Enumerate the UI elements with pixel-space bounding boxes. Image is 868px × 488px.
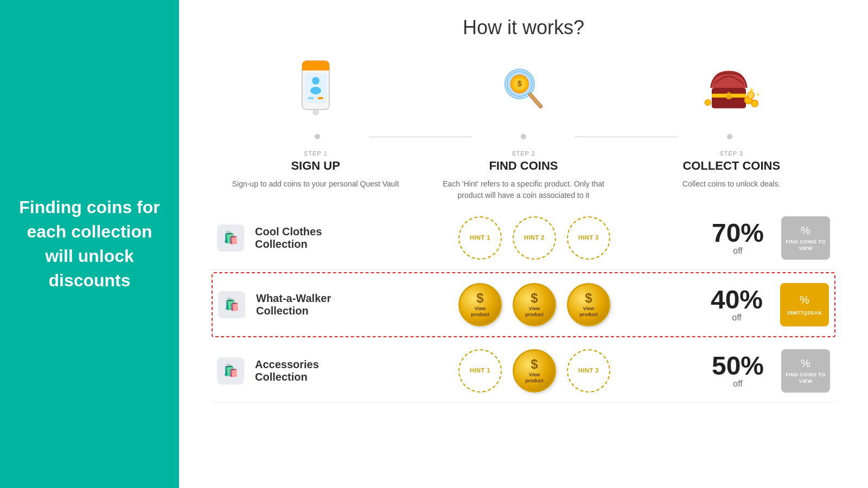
- percent-icon: %: [801, 224, 810, 237]
- step3-dot: [727, 134, 732, 139]
- step2-icon: $: [491, 55, 556, 120]
- step2-title: FIND COINS: [489, 159, 558, 173]
- cool-clothes-discount: 70% off: [705, 220, 770, 256]
- step1-dot: [315, 134, 320, 139]
- step3-text: STEP 3 COLLECT COINS Collect coins to un…: [628, 150, 835, 190]
- cool-clothes-percent: 70%: [712, 219, 764, 247]
- main-content: How it works?: [179, 0, 868, 488]
- percent-icon-acc: %: [801, 357, 810, 370]
- step2-number: STEP 2: [512, 150, 535, 157]
- walker-coin3[interactable]: $ Viewproduct: [567, 283, 610, 326]
- svg-point-22: [705, 100, 711, 106]
- step3-number: STEP 3: [719, 150, 743, 157]
- svg-text:✦: ✦: [749, 87, 755, 94]
- svg-rect-18: [726, 95, 731, 99]
- svg-rect-6: [308, 97, 314, 99]
- accessories-hints: HINT 1 $ Viewproduct HINT 3: [374, 349, 694, 393]
- svg-rect-2: [302, 67, 329, 70]
- cool-clothes-off: off: [705, 246, 770, 256]
- walker-coin2[interactable]: $ Viewproduct: [513, 283, 556, 326]
- step3-icon-area: ✦ ✦: [628, 55, 835, 129]
- accessories-coin2[interactable]: $ Viewproduct: [513, 349, 556, 393]
- collections-section: 🛍️ Cool Clothes Collection HINT 1 HINT 2…: [212, 207, 835, 403]
- page-title: How it works?: [212, 16, 835, 39]
- svg-line-15: [531, 95, 541, 107]
- svg-rect-7: [318, 97, 323, 99]
- accessories-action-label: FIND COINS TO VIEW: [784, 372, 827, 384]
- collection-row-walker: 🛍️ What-a-Walker Collection $ Viewproduc…: [212, 272, 835, 337]
- cool-clothes-action-btn[interactable]: % FIND COINS TO VIEW: [781, 216, 830, 260]
- step1-icon-area: [212, 55, 419, 129]
- step2-dot: [521, 134, 526, 139]
- svg-point-5: [310, 87, 321, 94]
- cool-clothes-icon: 🛍️: [217, 224, 244, 252]
- step1-desc: Sign-up to add coins to your personal Qu…: [232, 178, 399, 190]
- step2-desc: Each 'Hint' refers to a specific product…: [430, 178, 616, 201]
- svg-text:✦: ✦: [756, 92, 760, 98]
- accessories-action-btn[interactable]: % FIND COINS TO VIEW: [781, 349, 830, 393]
- walker-percent: 40%: [711, 285, 763, 314]
- walker-action-btn[interactable]: % 28M77Q2GAK: [780, 283, 829, 326]
- steps-connector: [212, 134, 835, 139]
- cool-clothes-hint3[interactable]: HINT 3: [567, 216, 610, 260]
- cool-clothes-hint2[interactable]: HINT 2: [513, 216, 556, 260]
- cool-clothes-action-label: FIND COINS TO VIEW: [784, 239, 827, 252]
- walker-hints: $ Viewproduct $ Viewproduct $ Viewproduc…: [375, 283, 693, 326]
- steps-text-row: STEP 1 SIGN UP Sign-up to add coins to y…: [212, 150, 835, 201]
- steps-icons-row: $: [212, 55, 835, 129]
- step1-number: STEP 1: [304, 150, 328, 157]
- collection-row-accessories: 🛍️ Accessories Collection HINT 1 $ Viewp…: [212, 339, 835, 403]
- walker-off: off: [704, 313, 769, 323]
- svg-point-8: [313, 110, 318, 115]
- walker-icon: 🛍️: [218, 291, 245, 318]
- step3-icon: ✦ ✦: [699, 55, 764, 120]
- accessories-discount: 50% off: [705, 353, 770, 389]
- line-1-2: [369, 137, 472, 137]
- walker-name: What-a-Walker Collection: [256, 292, 365, 317]
- step3-title: COLLECT COINS: [682, 159, 780, 173]
- svg-text:$: $: [518, 79, 522, 88]
- walker-discount: 40% off: [704, 287, 769, 323]
- step1-text: STEP 1 SIGN UP Sign-up to add coins to y…: [212, 150, 419, 190]
- step2-text: STEP 2 FIND COINS Each 'Hint' refers to …: [419, 150, 627, 201]
- cool-clothes-name: Cool Clothes Collection: [255, 226, 363, 251]
- accessories-hint3[interactable]: HINT 3: [567, 349, 610, 393]
- walker-coin1[interactable]: $ Viewproduct: [458, 283, 502, 326]
- accessories-name: Accessories Collection: [255, 358, 363, 383]
- step2-icon-area: $: [419, 55, 627, 129]
- step3-desc: Collect coins to unlock deals.: [682, 178, 781, 190]
- collection-row-cool-clothes: 🛍️ Cool Clothes Collection HINT 1 HINT 2…: [212, 207, 835, 270]
- sidebar: Finding coins for each collection will u…: [0, 0, 179, 488]
- cool-clothes-hint1[interactable]: HINT 1: [458, 216, 502, 260]
- step1-title: SIGN UP: [291, 159, 340, 173]
- accessories-icon: 🛍️: [217, 357, 244, 384]
- accessories-percent: 50%: [712, 351, 764, 380]
- line-2-3: [575, 137, 678, 137]
- svg-point-20: [751, 100, 758, 107]
- sidebar-text: Finding coins for each collection will u…: [16, 195, 163, 292]
- step1-icon: [283, 55, 348, 120]
- accessories-hint1[interactable]: HINT 1: [458, 349, 502, 393]
- walker-action-code: 28M77Q2GAK: [787, 310, 822, 316]
- cool-clothes-hints: HINT 1 HINT 2 HINT 3: [374, 216, 694, 260]
- percent-icon-active: %: [800, 294, 809, 306]
- accessories-off: off: [705, 379, 770, 389]
- svg-point-4: [312, 77, 320, 85]
